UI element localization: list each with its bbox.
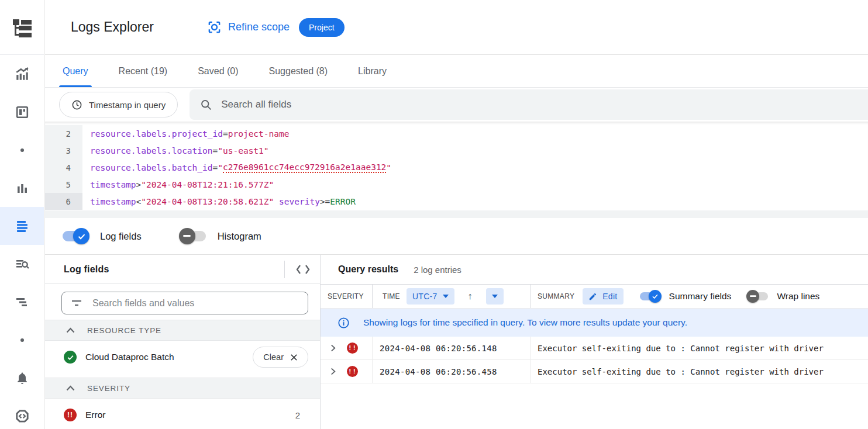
time-options-dropdown[interactable] [486,288,504,305]
code-token-op: = [213,163,218,172]
log-entry-row[interactable]: !! 2024-04-08 06:20:56.458 Executor self… [321,360,868,383]
histogram-toggle[interactable] [180,231,206,241]
nav-trace[interactable] [0,283,44,321]
clear-filter-button[interactable]: Clear [253,347,308,368]
line-number: 5 [45,176,82,193]
column-summary: SUMMARY Edit Su [531,285,868,308]
sort-ascending-icon[interactable]: ↑ [468,291,473,302]
tab-suggested[interactable]: Suggested (8) [256,55,341,87]
line-number: 3 [45,142,82,159]
time-column-label: TIME [383,292,400,300]
log-summary: Executor self-exiting due to : Cannot re… [531,360,868,383]
app-header: Logs Explorer Refine scope Project [45,0,868,55]
tab-query[interactable]: Query [50,55,101,87]
log-fields-section-header[interactable]: RESOURCE TYPE [45,320,320,341]
fields-search-input[interactable]: Search fields and values [61,292,308,314]
wrap-lines-toggle-label: Wrap lines [777,291,819,302]
log-row-severity-cell: !! [321,337,373,359]
log-fields-sections: RESOURCE TYPECloud Dataproc BatchClearSE… [45,320,320,429]
column-severity: SEVERITY [321,285,373,308]
log-fields-toggle-label: Log fields [100,231,142,242]
expand-chevron-icon[interactable] [329,344,337,352]
log-entry-row[interactable]: !! 2024-04-08 06:20:56.148 Executor self… [321,337,868,360]
scope-project-chip[interactable]: Project [299,18,345,37]
log-time: 2024-04-08 06:20:56.148 [373,337,531,359]
code-line[interactable]: 2resource.labels.project_id=project-name [45,125,868,142]
log-fields-panel-header: Log fields [45,255,320,284]
fields-search-placeholder: Search fields and values [92,298,194,309]
nav-logs-explorer[interactable] [0,207,44,245]
wrap-lines-toggle[interactable] [748,292,768,300]
logging-logo[interactable] [0,0,44,55]
code-token-field: timestamp [90,180,136,189]
check-icon [652,293,659,300]
nav-metrics[interactable] [0,169,44,207]
banner-text: Showing logs for time specified in query… [363,317,687,328]
log-fields-item[interactable]: !!Error2 [45,399,320,429]
time-range-banner: Showing logs for time specified in query… [321,309,868,337]
edit-summary-button[interactable]: Edit [583,288,623,305]
error-severity-icon: !! [347,342,358,354]
code-token-field: severity [279,197,320,206]
line-number: 4 [45,159,82,176]
timezone-dropdown[interactable]: UTC-7 [407,288,454,305]
query-editor[interactable]: 2resource.labels.project_id=project-name… [45,122,868,218]
code-text: timestamp<"2024-04-08T13:20:58.621Z" sev… [82,193,356,210]
nav-monitoring[interactable] [0,55,44,93]
field-item-count: 2 [295,410,308,420]
refine-scope-label: Refine scope [228,21,290,33]
timestamp-in-query-button[interactable]: Timestamp in query [59,92,178,117]
summary-fields-toggle[interactable] [640,292,660,300]
code-text: resource.labels.batch_id="c276e8961cc74e… [82,159,391,176]
nav-logs-search[interactable] [0,245,44,283]
code-token-value: " [218,163,223,172]
refine-scope-button[interactable]: Refine scope [208,20,290,34]
log-fields-item[interactable]: Cloud Dataproc BatchClear [45,341,320,373]
monitoring-chart-icon [15,67,30,82]
editor-scrollbar[interactable] [45,210,868,218]
code-line[interactable]: 3resource.labels.location="us-east1" [45,142,868,159]
chevron-down-icon [443,295,449,298]
code-token-value-underline: c276e8961cc74ecc972916a2e1aae312 [223,162,386,173]
toggle-thumb [649,290,662,303]
search-all-fields-input[interactable]: Search all fields [190,89,868,120]
error-severity-icon: !! [347,366,358,377]
nav-alerting[interactable] [0,359,44,397]
tab-saved[interactable]: Saved (0) [185,55,251,87]
code-line[interactable]: 4resource.labels.batch_id="c276e8961cc74… [45,159,868,176]
code-text: resource.labels.location="us-east1" [82,142,269,159]
query-editor-lines: 2resource.labels.project_id=project-name… [45,125,868,210]
dash-icon [183,235,191,237]
info-icon [337,317,350,329]
code-token-field: resource.labels.batch_id [90,163,213,172]
chevron-down-icon [492,295,498,298]
code-token-field: resource.labels.location [90,146,213,155]
field-item-label: Error [85,410,105,420]
view-toggles-row: Log fields Histogram [45,218,868,255]
code-line[interactable]: 6timestamp<"2024-04-08T13:20:58.621Z" se… [45,193,868,210]
divider [284,261,285,278]
log-row-severity-cell: !! [321,360,373,383]
log-fields-section-header[interactable]: SEVERITY [45,378,320,399]
nav-overflow-dot-1 [0,131,44,169]
timezone-label: UTC-7 [412,292,438,301]
collapse-panel-icon[interactable] [295,264,311,275]
code-token-keyword: ERROR [330,197,356,206]
section-heading: SEVERITY [87,384,130,393]
code-line[interactable]: 5timestamp>"2024-04-08T12:21:16.577Z" [45,176,868,193]
search-placeholder: Search all fields [221,99,291,110]
log-fields-toggle[interactable] [63,231,88,241]
histogram-toggle-label: Histogram [218,231,261,242]
line-number: 2 [45,125,82,142]
tab-recent[interactable]: Recent (19) [106,55,181,87]
code-token-field: timestamp [90,197,136,206]
expand-chevron-icon[interactable] [329,368,337,375]
nav-dashboards[interactable] [0,93,44,131]
toggle-thumb [746,290,759,303]
hexagon-code-icon [15,409,30,424]
nav-manage[interactable] [0,397,44,429]
tab-library[interactable]: Library [345,55,399,87]
tab-bar: Query Recent (19) Saved (0) Suggested (8… [45,55,868,88]
logs-explorer-app: Logs Explorer Refine scope Project Query… [0,0,868,429]
trace-icon [15,296,30,309]
